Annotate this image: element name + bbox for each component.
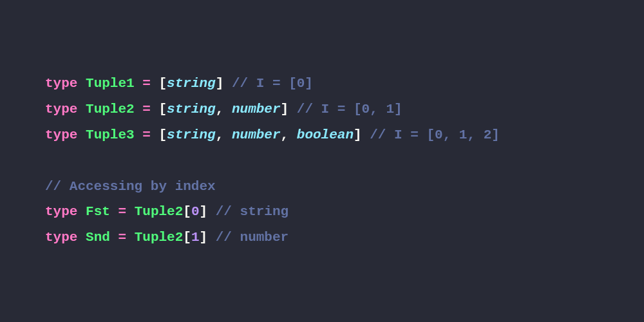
- builtin-type: boolean: [297, 128, 354, 142]
- type-reference: Tuple2: [135, 230, 184, 245]
- keyword-type: type: [45, 102, 77, 117]
- code-line-6: type Snd = Tuple2[1] // number: [45, 225, 599, 251]
- open-bracket: [: [158, 76, 167, 91]
- equals: =: [142, 76, 151, 91]
- index-number: 1: [191, 230, 200, 245]
- code-line-2: type Tuple2 = [string, number] // I = [0…: [45, 97, 599, 122]
- keyword-type: type: [45, 230, 77, 245]
- close-bracket: ]: [216, 76, 224, 91]
- comment: // Accessing by index: [45, 179, 216, 194]
- code-line-3: type Tuple3 = [string, number, boolean] …: [45, 122, 599, 148]
- close-bracket: ]: [354, 128, 362, 142]
- blank-line: [45, 148, 599, 174]
- keyword-type: type: [45, 204, 77, 219]
- open-bracket: [: [183, 204, 191, 219]
- code-line-1: type Tuple1 = [string] // I = [0]: [45, 71, 599, 97]
- index-number: 0: [191, 204, 200, 219]
- open-bracket: [: [158, 102, 167, 117]
- comment: // I = [0, 1]: [297, 102, 402, 117]
- code-line-4: // Accessing by index: [45, 174, 599, 200]
- type-identifier: Fst: [86, 204, 110, 219]
- type-reference: Tuple2: [135, 204, 184, 219]
- builtin-type: string: [167, 76, 216, 91]
- close-bracket: ]: [200, 204, 208, 219]
- builtin-type: string: [167, 128, 216, 142]
- comment: // I = [0, 1, 2]: [370, 128, 500, 142]
- keyword-type: type: [45, 128, 77, 142]
- close-bracket: ]: [281, 102, 289, 117]
- comma: ,: [281, 128, 289, 142]
- comment: // I = [0]: [232, 76, 313, 91]
- equals: =: [118, 230, 126, 245]
- open-bracket: [: [183, 230, 191, 245]
- code-block: type Tuple1 = [string] // I = [0] type T…: [45, 71, 599, 251]
- comment: // string: [216, 204, 289, 219]
- builtin-type: number: [232, 128, 281, 142]
- type-identifier: Tuple2: [86, 102, 135, 117]
- equals: =: [142, 128, 151, 142]
- comment: // number: [216, 230, 289, 245]
- builtin-type: string: [167, 102, 216, 117]
- open-bracket: [: [158, 128, 167, 142]
- code-line-5: type Fst = Tuple2[0] // string: [45, 199, 599, 225]
- type-identifier: Snd: [86, 230, 110, 245]
- close-bracket: ]: [200, 230, 208, 245]
- comma: ,: [216, 128, 224, 142]
- comma: ,: [216, 102, 224, 117]
- equals: =: [142, 102, 151, 117]
- equals: =: [118, 204, 126, 219]
- keyword-type: type: [45, 76, 77, 91]
- type-identifier: Tuple1: [86, 76, 135, 91]
- builtin-type: number: [232, 102, 281, 117]
- type-identifier: Tuple3: [86, 128, 135, 142]
